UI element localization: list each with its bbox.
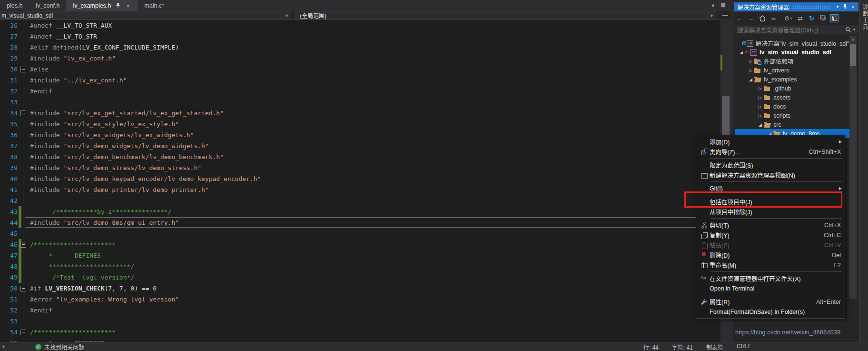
menu-item-open-in-terminal[interactable]: Open in Terminal [696, 283, 845, 293]
code-editor[interactable]: 26#undef __LV_TO_STR_AUX27#undef __LV_TO… [0, 20, 720, 342]
expander-collapsed-icon[interactable]: ▷ [748, 59, 754, 64]
code-line[interactable]: 48 **********************/ [0, 261, 720, 272]
menu-item--n-[interactable]: 新建解决方案资源管理器视图(N) [696, 170, 845, 180]
code-line[interactable]: 43 /***********by-z***************/ [0, 206, 720, 217]
fold-collapse-icon[interactable] [20, 242, 26, 248]
pin-icon[interactable] [115, 2, 121, 9]
menu-item--d-[interactable]: 删除(D)Del [696, 250, 845, 260]
properties-icon [699, 298, 710, 306]
code-line[interactable]: 29#include "lv_ex_conf.h" [0, 53, 720, 64]
tree-item-lv-examples[interactable]: ◢lv_examples [735, 75, 849, 84]
code-line[interactable]: 50#if LV_VERSION_CHECK(7, 7, 0) == 0 [0, 283, 720, 294]
menu-item--s-[interactable]: 限定为此范围(S) [696, 160, 845, 170]
chevron-down-icon[interactable]: ▼ [1, 344, 6, 349]
line-number: 51 [0, 294, 18, 305]
menu-item--r-[interactable]: 属性(R)Alt+Enter [696, 297, 845, 307]
scrollbar-thumb[interactable] [850, 44, 856, 66]
code-line[interactable]: 30#else [0, 64, 720, 75]
code-line[interactable]: 41#include "src/lv_demo_printer/lv_demo_… [0, 184, 720, 195]
menu-item-git-i-[interactable]: Git(I)▶ [696, 183, 845, 193]
gear-icon[interactable] [720, 1, 726, 10]
tab-strip-controls: ▼ [711, 0, 731, 11]
code-line[interactable]: 52#endif [0, 305, 720, 316]
code-line[interactable]: 32#endif [0, 86, 720, 97]
expander-collapsed-icon[interactable]: ▷ [757, 95, 763, 100]
code-line[interactable]: 54/********************** [0, 327, 720, 338]
code-line[interactable]: 42 [0, 195, 720, 206]
tree-item--lv-sim-visual-studio-sdl-1-[interactable]: ∞解决方案"lv_sim_visual_studio_sdl"(1 个 [735, 39, 849, 48]
menu-item--m-[interactable]: 重命名(M)F2 [696, 260, 845, 270]
project-scope-dropdown[interactable]: m_visual_studio_sdl ▼ [0, 11, 291, 20]
menu-item--z-[interactable]: 类向导(Z)...Ctrl+Shift+X [696, 147, 845, 157]
code-line[interactable]: 27#undef __LV_TO_STR [0, 31, 720, 42]
expander-expanded-icon[interactable]: ◢ [757, 122, 763, 127]
menu-item--y-[interactable]: 复制(Y)Ctrl+C [696, 230, 845, 240]
chevron-down-icon: ▼ [283, 13, 291, 18]
code-line[interactable]: 39#include "src/lv_demo_stress/lv_demo_s… [0, 162, 720, 173]
search-scope-dropdown[interactable]: (全局范围) ▼ [296, 11, 716, 20]
menu-item--d-[interactable]: 添加(D)▶ [696, 137, 845, 147]
code-line[interactable]: 28#elif defined(LV_EX_CONF_INCLUDE_SIMPL… [0, 42, 720, 53]
editor-split-handle[interactable] [720, 11, 731, 20]
tab-lv-conf-h[interactable]: lv_conf.h [29, 0, 66, 11]
code-line[interactable]: 37#include "src/lv_demo_widgets/lv_demo_… [0, 140, 720, 151]
tab-lv-examples-h[interactable]: lv_examples.h × [66, 0, 138, 11]
fold-collapse-icon[interactable] [20, 110, 26, 116]
menu-item--t-[interactable]: 剪切(T)Ctrl+X [696, 220, 845, 230]
expander-collapsed-icon[interactable]: ▷ [757, 86, 763, 91]
code-line[interactable]: 47 * DEFINES [0, 250, 720, 261]
fold-collapse-icon[interactable] [20, 330, 26, 335]
code-line[interactable]: 31#include "../lv_ex_conf.h" [0, 75, 720, 86]
code-line[interactable]: 26#undef __LV_TO_STR_AUX [0, 20, 720, 31]
tree-item-.github[interactable]: ▷.github [735, 84, 849, 93]
tree-item-label: 解决方案"lv_sim_visual_studio_sdl"(1 个 [756, 39, 849, 48]
tab-label: main.c* [144, 2, 164, 9]
tree-vertical-scrollbar[interactable]: ▲ [849, 36, 857, 299]
tree-item-docs[interactable]: ▷docs [735, 102, 849, 111]
tab-main-c[interactable]: main.c* [138, 0, 171, 11]
code-line[interactable]: 40#include "src/lv_demo_keypad_encoder/l… [0, 173, 720, 184]
chevron-down-icon[interactable]: ▼ [711, 3, 715, 8]
folder-icon [763, 103, 771, 110]
code-line[interactable]: 35#include "src/lv_ex_style/lv_ex_style.… [0, 119, 720, 130]
code-line[interactable]: 44#include "src/lv_demo_8ms/qm_ui_entry.… [0, 217, 720, 228]
expander-collapsed-icon[interactable]: ▷ [757, 104, 763, 109]
code-line[interactable]: 45 [0, 228, 720, 239]
expander-expanded-icon[interactable]: ◢ [738, 50, 744, 55]
code-line[interactable]: 33 [0, 97, 720, 108]
tree-item-assets[interactable]: ▷assets [735, 93, 849, 102]
code-line[interactable]: 36#include "src/lv_ex_widgets/lv_ex_widg… [0, 130, 720, 140]
line-number: 46 [0, 239, 18, 250]
tab-ples-h[interactable]: ples.h [0, 0, 29, 11]
expander-collapsed-icon[interactable]: ▷ [757, 113, 763, 118]
tree-item--[interactable]: ▷外部依赖项 [735, 57, 849, 66]
code-line[interactable]: 46/********************** [0, 239, 720, 250]
menu-item-label: 从项目中排除(J) [710, 207, 841, 216]
status-bar: ▼ ✓ 未找到相关问题 行: 44字符: 41制表符CRLF [0, 342, 868, 351]
fold-collapse-icon[interactable] [20, 286, 26, 291]
menu-item--j-[interactable]: 包括在项目中(J) [696, 197, 845, 207]
close-icon[interactable]: × [125, 3, 131, 9]
code-text: /********************** [30, 327, 116, 338]
menu-shortcut: Ctrl+Shift+X [802, 149, 841, 155]
code-line[interactable]: 55 * TYPEDEFS [0, 338, 720, 342]
tree-item-src[interactable]: ◢src [735, 120, 849, 129]
menu-item-format-formatonsave-in-folder-s-[interactable]: Format(FormatOnSave) In Folder(s) [696, 307, 845, 317]
menu-icon-spacer [699, 138, 710, 146]
tree-item-lv-drivers[interactable]: ▷lv_drivers [735, 66, 849, 75]
menu-item--j-[interactable]: 从项目中排除(J) [696, 207, 845, 217]
tree-item-lv-sim-visual-studio-sdl[interactable]: ◢✓lv_sim_visual_studio_sdl [735, 48, 849, 57]
code-line[interactable]: 49 /*Test lvgl version*/ [0, 272, 720, 283]
expander-expanded-icon[interactable]: ◢ [748, 77, 754, 82]
menu-item--x-[interactable]: 在文件资源管理器中打开文件夹(X) [696, 273, 845, 283]
scroll-up-arrow[interactable]: ▲ [849, 36, 857, 43]
tab-diagnostic-tools[interactable]: 诊断工具 [861, 4, 868, 30]
code-line[interactable]: 34#include "src/lv_ex_get_started/lv_ex_… [0, 108, 720, 119]
fold-guide-line [23, 173, 23, 184]
code-line[interactable]: 51#error "lv_examples: Wrong lvgl versio… [0, 294, 720, 305]
tree-item-scripts[interactable]: ▷scripts [735, 111, 849, 120]
expander-collapsed-icon[interactable]: ▷ [748, 68, 754, 73]
code-line[interactable]: 38#include "src/lv_demo_benchmark/lv_dem… [0, 151, 720, 162]
fold-collapse-icon[interactable] [20, 67, 26, 72]
code-line[interactable]: 53 [0, 316, 720, 327]
